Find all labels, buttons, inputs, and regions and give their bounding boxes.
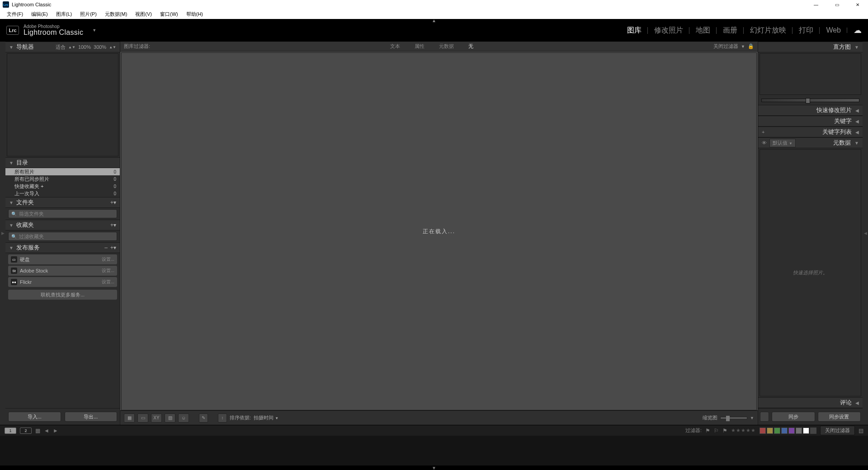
close-button[interactable]: ✕: [847, 0, 868, 9]
left-panel-collapse[interactable]: ▶: [0, 42, 5, 425]
catalog-item[interactable]: 上一次导入0: [5, 190, 120, 197]
keywords-header[interactable]: 关键字 ◀: [758, 116, 863, 127]
add-keyword-button[interactable]: +: [762, 129, 764, 135]
filter-tab[interactable]: 元数据: [439, 43, 454, 50]
menu-item[interactable]: 窗口(W): [156, 10, 182, 19]
survey-view-button[interactable]: ▧: [165, 414, 175, 423]
collapse-top-icon[interactable]: ▲: [432, 18, 436, 23]
module-tab[interactable]: 打印: [793, 26, 820, 35]
publish-plus-button[interactable]: +▾: [110, 244, 116, 251]
filter-tab[interactable]: 文本: [390, 43, 400, 50]
add-collection-button[interactable]: +▾: [110, 222, 116, 228]
navigator-header[interactable]: ▼导航器 适合▲▼ 100% 300%▲▼: [5, 42, 120, 52]
right-panel-collapse[interactable]: ◀: [863, 42, 868, 425]
catalog-item[interactable]: 所有照片0: [5, 168, 120, 175]
histogram-slider[interactable]: [760, 97, 861, 104]
menu-item[interactable]: 视图(V): [131, 10, 156, 19]
sync-settings-button[interactable]: 同步设置: [818, 412, 861, 422]
toolbar-menu-icon[interactable]: ▼: [750, 416, 754, 420]
people-view-button[interactable]: ☺: [178, 414, 189, 423]
identity-plate-menu[interactable]: ▼: [92, 28, 96, 33]
next-icon[interactable]: ►: [53, 428, 58, 434]
publish-service[interactable]: StAdobe Stock设置...: [8, 266, 117, 276]
metadata-header[interactable]: 👁 默认值 ▼ 元数据 ▼: [758, 137, 863, 148]
module-tab[interactable]: 地图: [689, 26, 717, 35]
folder-filter-input[interactable]: 🔍 筛选文件夹: [8, 209, 117, 218]
grid-icon[interactable]: ▦: [35, 428, 40, 434]
grid-view-button[interactable]: ▦: [124, 414, 135, 423]
close-filter-label[interactable]: 关闭过滤器: [713, 43, 738, 50]
filmstrip-collapse[interactable]: ▼: [0, 465, 868, 470]
export-button[interactable]: 导出...: [65, 412, 118, 422]
filter-tab[interactable]: 属性: [415, 43, 425, 50]
filmstrip[interactable]: [0, 436, 868, 465]
chevron-down-icon[interactable]: ▼: [741, 44, 745, 49]
module-tab[interactable]: 幻灯片放映: [744, 26, 793, 35]
keyword-list-header[interactable]: + 关键字列表 ◀: [758, 127, 863, 137]
collections-header[interactable]: ▼收藏夹 +▾: [5, 220, 120, 230]
module-tab[interactable]: Web: [820, 26, 847, 34]
module-tab[interactable]: 画册: [717, 26, 744, 35]
minimize-button[interactable]: —: [806, 0, 826, 9]
cloud-sync-icon[interactable]: ☁: [854, 25, 862, 35]
prev-icon[interactable]: ◄: [44, 428, 49, 434]
search-icon: 🔍: [11, 234, 17, 239]
comments-header[interactable]: 评论 ◀: [758, 397, 863, 408]
flag-pick-icon[interactable]: ⚑: [705, 428, 710, 434]
color-filter-swatch[interactable]: [788, 428, 795, 434]
filter-tab[interactable]: 无: [468, 43, 473, 50]
rating-filter[interactable]: ★★★★★: [731, 428, 756, 433]
sync-button[interactable]: 同步: [772, 412, 815, 422]
add-folder-button[interactable]: +▾: [110, 199, 116, 206]
catalog-item[interactable]: 快捷收藏夹 +0: [5, 183, 120, 190]
eye-icon[interactable]: 👁: [762, 140, 767, 146]
import-button[interactable]: 导入...: [8, 412, 61, 422]
module-tab[interactable]: 图库: [621, 26, 648, 35]
nav-zoom1[interactable]: 100%: [78, 44, 91, 50]
sync-toggle[interactable]: [760, 412, 769, 422]
catalog-title: 目录: [16, 159, 28, 166]
sort-value[interactable]: 拍摄时间 ▼: [254, 414, 278, 421]
loupe-view-button[interactable]: ▭: [137, 414, 148, 423]
color-filter-swatch[interactable]: [781, 428, 788, 434]
menu-item[interactable]: 编辑(E): [27, 10, 52, 19]
thumbnail-size-slider[interactable]: [720, 417, 747, 419]
lock-icon[interactable]: 🔒: [748, 43, 754, 49]
color-filter-swatch[interactable]: [774, 428, 780, 434]
color-filter-swatch[interactable]: [767, 428, 773, 434]
close-filter-button[interactable]: 关闭过滤器: [820, 426, 855, 435]
menu-item[interactable]: 帮助(H): [182, 10, 207, 19]
publish-minus-button[interactable]: –: [104, 244, 108, 251]
compare-view-button[interactable]: XY: [151, 414, 162, 423]
publish-service[interactable]: ●●Flickr设置...: [8, 277, 117, 287]
color-filter-swatch[interactable]: [760, 428, 766, 434]
publish-header[interactable]: ▼发布服务 – +▾: [5, 242, 120, 253]
menu-item[interactable]: 照片(P): [76, 10, 101, 19]
flag-unpick-icon[interactable]: ⚐: [714, 428, 719, 434]
spray-tool-button[interactable]: ✎: [199, 414, 208, 423]
screen-1-button[interactable]: 1: [5, 428, 16, 434]
module-tab[interactable]: 修改照片: [648, 26, 689, 35]
catalog-item[interactable]: 所有已同步照片0: [5, 175, 120, 183]
histogram-header[interactable]: 直方图 ▼: [758, 42, 863, 52]
menu-item[interactable]: 文件(F): [3, 10, 27, 19]
find-more-services[interactable]: 联机查找更多服务...: [8, 290, 117, 300]
quickdev-header[interactable]: 快速修改照片 ◀: [758, 105, 863, 116]
maximize-button[interactable]: ▭: [826, 0, 847, 9]
collection-filter-input[interactable]: 🔍 过滤收藏夹: [8, 232, 117, 241]
nav-fit[interactable]: 适合: [56, 44, 66, 51]
filter-lock-icon[interactable]: ▤: [859, 428, 863, 434]
nav-zoom2[interactable]: 300%: [94, 44, 106, 50]
publish-service[interactable]: ▭硬盘设置...: [8, 254, 117, 264]
menu-item[interactable]: 元数据(M): [101, 10, 132, 19]
color-filter-swatch[interactable]: [796, 428, 802, 434]
folders-header[interactable]: ▼文件夹 +▾: [5, 197, 120, 208]
color-filter-swatch[interactable]: [810, 428, 816, 434]
screen-2-button[interactable]: 2: [20, 428, 32, 434]
catalog-header[interactable]: ▼目录: [5, 157, 120, 168]
metadata-preset[interactable]: 默认值 ▼: [769, 139, 796, 147]
flag-reject-icon[interactable]: ⚑: [722, 428, 727, 434]
sort-direction-button[interactable]: ↕: [218, 414, 227, 423]
color-filter-swatch[interactable]: [803, 428, 809, 434]
menu-item[interactable]: 图库(L): [52, 10, 76, 19]
